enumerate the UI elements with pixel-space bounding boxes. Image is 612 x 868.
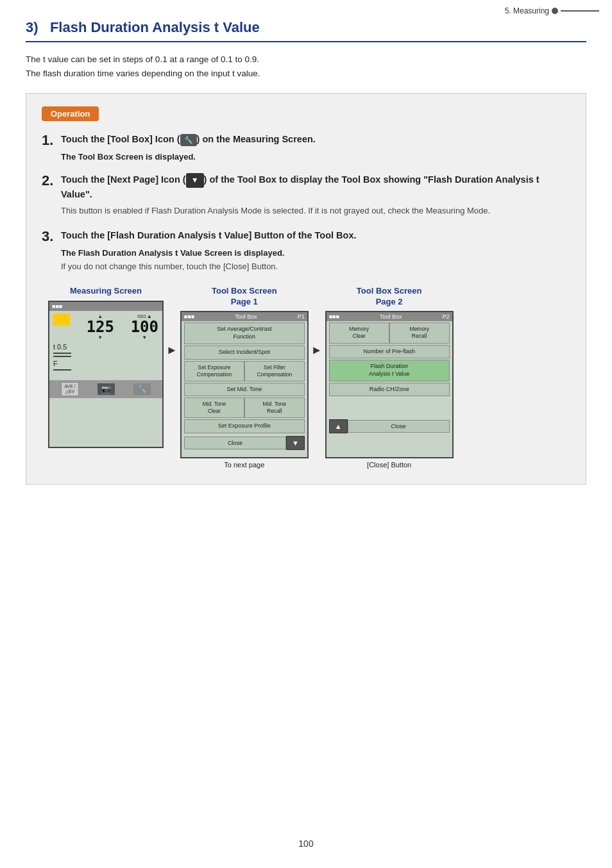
intro-block: The t value can be set in steps of 0.1 a…	[26, 53, 586, 80]
tb2-btn4[interactable]: Radio CH/Zone	[329, 383, 450, 397]
toolbox-p2-mockup: ■■■ Tool Box P2 Memory Clear Memory Reca…	[325, 311, 454, 458]
tb1-topbar: ■■■ Tool Box P1	[182, 312, 307, 321]
t-value-display: t 0.5	[53, 343, 158, 351]
toolbox-p1-col: Tool Box Screen Page 1 ■■■ Tool Box P1 S…	[180, 286, 309, 469]
tb1-btn5a[interactable]: Mid. Tone Clear	[184, 397, 244, 418]
tb1-btn1[interactable]: Set Average/Contrast Function	[184, 322, 305, 344]
tb1-btn2[interactable]: Select Incident/Spot	[184, 346, 305, 360]
tb2-btn3[interactable]: Flash Duration Analysis t Value	[329, 360, 450, 381]
value1-block: ▲ 125 ▼	[87, 313, 114, 340]
tb1-btn4[interactable]: Set Mid. Tone	[184, 383, 305, 397]
tb2-title: Tool Box	[380, 313, 402, 320]
meas-value2: 100	[131, 319, 158, 335]
tb2-btn1-row: Memory Clear Memory Recall	[329, 322, 450, 343]
tb1-title: Tool Box	[235, 313, 257, 320]
tb1-btn5b[interactable]: Mid. Tone Recall	[244, 397, 305, 418]
toolbox-icon[interactable]: 🔧	[133, 383, 151, 395]
tb1-btn3b[interactable]: Set Filter Compensation	[244, 361, 305, 381]
step-1-sub-bold: The Tool Box Screen is displayed.	[61, 152, 196, 162]
operation-badge: Operation	[42, 106, 99, 121]
step-1: 1. Touch the [Tool Box] Icon (🔧) on the …	[42, 133, 570, 162]
toolbox-p2-label: Tool Box Screen Page 2	[357, 286, 422, 308]
measuring-screen-col: Measuring Screen ■■■ ⚡ ▲ 125	[48, 286, 164, 448]
battery-icon: ■■■	[52, 303, 62, 310]
step-2-number: 2.	[42, 173, 57, 188]
toolbox-p2-col: Tool Box Screen Page 2 ■■■ Tool Box P2 M…	[325, 286, 454, 469]
dash2	[53, 356, 71, 357]
diagram-area: Measuring Screen ■■■ ⚡ ▲ 125	[48, 286, 570, 469]
tb1-btn5-row: Mid. Tone Clear Mid. Tone Recall	[184, 397, 305, 418]
tb2-btn2[interactable]: Number of Pre-flash	[329, 345, 450, 359]
tb2-nav[interactable]: ▲	[329, 419, 348, 433]
tb1-close[interactable]: Close	[184, 437, 286, 449]
measuring-screen-mockup: ■■■ ⚡ ▲ 125 ▼	[48, 301, 164, 448]
step-1-sub: The Tool Box Screen is displayed.	[61, 152, 570, 162]
toolbox-icon-inline: 🔧	[180, 134, 197, 146]
operation-box: Operation 1. Touch the [Tool Box] Icon (…	[26, 93, 586, 485]
breadcrumb: 5. Measuring	[505, 6, 599, 15]
tb2-close[interactable]: Close	[348, 420, 450, 433]
toolbox-p1-label: Tool Box Screen Page 1	[212, 286, 277, 308]
annotation-close: [Close] Button	[367, 461, 411, 469]
tb1-bottom-bar: Close ▼	[184, 436, 305, 450]
step-2: 2. Touch the [Next Page] Icon (▼) of the…	[42, 173, 570, 217]
ave-ev-btn[interactable]: AVE /△EV	[61, 382, 78, 397]
f-label: F	[53, 360, 158, 367]
arrow1: ►	[164, 286, 180, 357]
meas-content: ⚡ ▲ 125 ▼ ISO ▲	[49, 311, 162, 375]
intro-line2: The flash duration time varies depending…	[26, 67, 586, 81]
tb1-btn3-row: Set Exposure Compensation Set Filter Com…	[184, 361, 305, 381]
measuring-screen-label: Measuring Screen	[70, 286, 142, 297]
value2-block: ISO ▲ 100 ▼	[131, 313, 158, 340]
step-1-number: 1.	[42, 133, 57, 148]
section-number: 3)	[26, 19, 38, 35]
section-title: 3) Flash Duration Analysis t Value	[26, 19, 586, 42]
step-3-note: If you do not change this number, touch …	[61, 260, 570, 273]
dash3	[53, 369, 71, 371]
step-1-text: Touch the [Tool Box] Icon (🔧) on the Mea…	[61, 133, 316, 146]
step-3-number: 3.	[42, 229, 57, 244]
tb2-btn1a[interactable]: Memory Clear	[329, 322, 389, 343]
arrow2: ►	[309, 286, 325, 357]
section-heading: Flash Duration Analysis t Value	[50, 19, 260, 35]
dash1	[53, 353, 71, 354]
tb2-page: P2	[443, 313, 450, 320]
step-2-text: Touch the [Next Page] Icon (▼) of the To…	[61, 173, 570, 201]
step-3-sub: The Flash Duration Analysis t Value Scre…	[61, 248, 570, 258]
annotation-next: To next page	[224, 461, 264, 469]
tb2-bottom-bar: ▲ Close	[329, 419, 450, 433]
flash-icon: ⚡	[53, 313, 70, 326]
meas-value1: 125	[87, 319, 114, 335]
meas-bottom-bar: AVE /△EV 📷 🔧	[49, 380, 162, 399]
breadcrumb-text: 5. Measuring	[505, 6, 549, 15]
tb1-btn6[interactable]: Set Exposure Profile	[184, 419, 305, 433]
tb1-nav[interactable]: ▼	[286, 436, 305, 450]
toolbox-p1-mockup: ■■■ Tool Box P1 Set Average/Contrast Fun…	[180, 311, 309, 458]
tb2-btn1b[interactable]: Memory Recall	[389, 322, 450, 343]
tb2-topbar: ■■■ Tool Box P2	[327, 312, 452, 321]
page-number: 100	[298, 839, 313, 849]
step-3-text: Touch the [Flash Duration Analysis t Val…	[61, 229, 357, 242]
tb1-page: P1	[298, 313, 305, 320]
tb1-btn3a[interactable]: Set Exposure Compensation	[184, 361, 244, 381]
intro-line1: The t value can be set in steps of 0.1 a…	[26, 53, 586, 67]
camera-icon[interactable]: 📷	[98, 383, 115, 395]
meas-topbar: ■■■	[49, 302, 162, 311]
step-2-note: This button is enabled if Flash Duration…	[61, 204, 570, 217]
breadcrumb-dot	[552, 8, 558, 14]
step-3: 3. Touch the [Flash Duration Analysis t …	[42, 229, 570, 273]
next-page-icon-inline: ▼	[186, 173, 204, 188]
step-3-sub-bold: The Flash Duration Analysis t Value Scre…	[61, 248, 284, 258]
